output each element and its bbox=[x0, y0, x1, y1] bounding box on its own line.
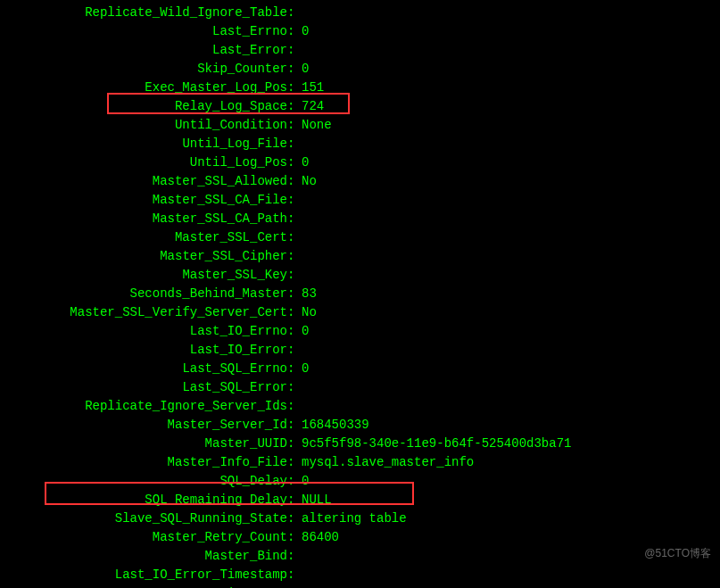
row-label: Last_IO_Errno bbox=[0, 322, 287, 341]
colon: : bbox=[287, 303, 294, 322]
row-value: mysql.slave_master_info bbox=[294, 453, 474, 472]
colon: : bbox=[287, 4, 294, 22]
row-value: 724 bbox=[294, 97, 324, 116]
row-value bbox=[294, 397, 302, 416]
watermark: @51CTO博客 bbox=[644, 546, 711, 561]
row-label: Master_SSL_Allowed bbox=[0, 172, 287, 191]
row-value bbox=[294, 228, 302, 247]
row-label: Until_Condition bbox=[0, 116, 287, 135]
colon: : bbox=[287, 285, 294, 303]
colon: : bbox=[287, 509, 294, 528]
row-value: No bbox=[294, 303, 317, 322]
status-row: Master_Server_Id:168450339 bbox=[0, 416, 720, 435]
row-label: Last_IO_Error bbox=[0, 341, 287, 360]
row-value: None bbox=[294, 116, 332, 135]
row-label: Last_SQL_Error bbox=[0, 378, 287, 397]
row-value bbox=[294, 41, 302, 60]
row-label: Master_UUID bbox=[0, 435, 287, 453]
row-value bbox=[294, 341, 302, 360]
row-value bbox=[294, 378, 302, 397]
colon: : bbox=[287, 566, 294, 584]
status-row: Last_IO_Error_Timestamp: bbox=[0, 566, 720, 584]
row-value: 0 bbox=[294, 153, 309, 172]
colon: : bbox=[287, 266, 294, 285]
status-row: Until_Log_Pos:0 bbox=[0, 153, 720, 172]
row-label: Relay_Log_Space bbox=[0, 97, 287, 116]
colon: : bbox=[287, 79, 294, 97]
colon: : bbox=[287, 453, 294, 472]
colon: : bbox=[287, 228, 294, 247]
row-value: 83 bbox=[294, 285, 317, 303]
row-label: Last_SQL_Error_Timestamp bbox=[0, 584, 287, 588]
terminal-output: Replicate_Wild_Ignore_Table: Last_Errno:… bbox=[0, 4, 720, 588]
row-label: SQL_Delay bbox=[0, 472, 287, 491]
status-row: Master_SSL_Cipher: bbox=[0, 247, 720, 266]
row-label: Exec_Master_Log_Pos bbox=[0, 79, 287, 97]
status-row: Master_SSL_CA_Path: bbox=[0, 210, 720, 228]
row-label: Until_Log_Pos bbox=[0, 153, 287, 172]
row-value bbox=[294, 247, 302, 266]
row-label: Replicate_Ignore_Server_Ids bbox=[0, 397, 287, 416]
colon: : bbox=[287, 247, 294, 266]
row-label: SQL_Remaining_Delay bbox=[0, 491, 287, 509]
colon: : bbox=[287, 341, 294, 360]
status-row: Master_Retry_Count:86400 bbox=[0, 528, 720, 547]
colon: : bbox=[287, 584, 294, 588]
status-row: Last_SQL_Error_Timestamp: bbox=[0, 584, 720, 588]
status-row: SQL_Delay:0 bbox=[0, 472, 720, 491]
status-row: Last_Errno:0 bbox=[0, 22, 720, 41]
row-value bbox=[294, 4, 302, 22]
row-value: 0 bbox=[294, 360, 309, 378]
status-row: Last_IO_Error: bbox=[0, 341, 720, 360]
row-value: 0 bbox=[294, 22, 309, 41]
status-row-exec-master-log-pos: Exec_Master_Log_Pos:151 bbox=[0, 79, 720, 97]
status-row: Last_IO_Errno:0 bbox=[0, 322, 720, 341]
row-value: 151 bbox=[294, 79, 324, 97]
status-row-slave-sql-running-state: Slave_SQL_Running_State:altering table bbox=[0, 509, 720, 528]
row-label: Last_Error bbox=[0, 41, 287, 60]
status-row: Master_SSL_Cert: bbox=[0, 228, 720, 247]
colon: : bbox=[287, 360, 294, 378]
row-value: 0 bbox=[294, 60, 309, 79]
row-label: Master_SSL_Cert bbox=[0, 228, 287, 247]
row-value bbox=[294, 210, 302, 228]
row-value bbox=[294, 266, 302, 285]
colon: : bbox=[287, 22, 294, 41]
status-row: Until_Log_File: bbox=[0, 135, 720, 153]
row-label: Skip_Counter bbox=[0, 60, 287, 79]
row-label: Seconds_Behind_Master bbox=[0, 285, 287, 303]
status-row: Master_SSL_Verify_Server_Cert:No bbox=[0, 303, 720, 322]
status-row: Relay_Log_Space:724 bbox=[0, 97, 720, 116]
row-value bbox=[294, 584, 302, 588]
status-row: Seconds_Behind_Master:83 bbox=[0, 285, 720, 303]
row-value: No bbox=[294, 172, 317, 191]
row-value bbox=[294, 135, 302, 153]
row-label: Last_Errno bbox=[0, 22, 287, 41]
colon: : bbox=[287, 60, 294, 79]
colon: : bbox=[287, 322, 294, 341]
colon: : bbox=[287, 435, 294, 453]
status-row: Last_Error: bbox=[0, 41, 720, 60]
colon: : bbox=[287, 472, 294, 491]
status-row: Replicate_Wild_Ignore_Table: bbox=[0, 4, 720, 22]
status-row: Master_Info_File:mysql.slave_master_info bbox=[0, 453, 720, 472]
status-row: Last_SQL_Error: bbox=[0, 378, 720, 397]
status-row: Master_SSL_CA_File: bbox=[0, 191, 720, 210]
row-value: 168450339 bbox=[294, 416, 369, 435]
row-value: 9c5f5f98-340e-11e9-b64f-525400d3ba71 bbox=[294, 435, 571, 453]
row-value: NULL bbox=[294, 491, 332, 509]
colon: : bbox=[287, 116, 294, 135]
row-value bbox=[294, 547, 302, 566]
colon: : bbox=[287, 210, 294, 228]
row-label: Master_SSL_CA_Path bbox=[0, 210, 287, 228]
row-value: altering table bbox=[294, 509, 407, 528]
status-row: Last_SQL_Errno:0 bbox=[0, 360, 720, 378]
row-label: Until_Log_File bbox=[0, 135, 287, 153]
colon: : bbox=[287, 153, 294, 172]
status-row: Until_Condition:None bbox=[0, 116, 720, 135]
row-label: Replicate_Wild_Ignore_Table bbox=[0, 4, 287, 22]
colon: : bbox=[287, 397, 294, 416]
row-value: 0 bbox=[294, 322, 309, 341]
colon: : bbox=[287, 135, 294, 153]
row-value bbox=[294, 191, 302, 210]
